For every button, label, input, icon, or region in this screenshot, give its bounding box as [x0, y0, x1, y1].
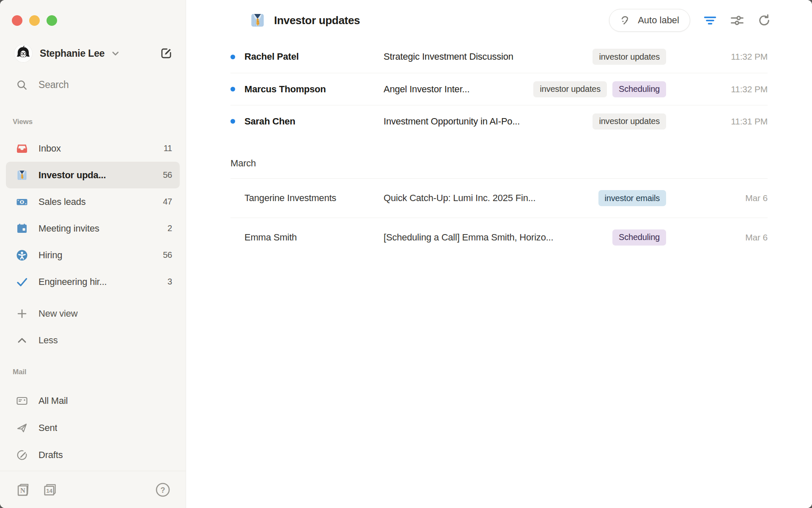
email-sender: Emma Smith — [244, 232, 384, 243]
minimize-window-button[interactable] — [29, 15, 40, 26]
auto-label-label: Auto label — [638, 15, 679, 26]
svg-text:?: ? — [161, 486, 165, 494]
sidebar-item-drafts[interactable]: Drafts — [6, 442, 180, 469]
sidebar-item-new-view[interactable]: New view — [6, 300, 180, 327]
view-title: Investor updates — [274, 14, 360, 27]
auto-label-button[interactable]: Auto label — [609, 9, 690, 32]
sidebar-item-sales-leads[interactable]: Sales leads 47 — [6, 188, 180, 215]
email-row[interactable]: Rachel Patel Strategic Investment Discus… — [230, 41, 768, 73]
sidebar-item-investor-upda[interactable]: Investor upda... 56 — [6, 162, 180, 188]
compose-button[interactable] — [159, 47, 173, 60]
label-tag-investor-updates[interactable]: investor updates — [593, 49, 666, 65]
email-time: 11:32 PM — [666, 52, 768, 62]
email-tags: Scheduling — [612, 229, 666, 246]
email-row[interactable]: Marcus Thompson Angel Investor Inter... … — [230, 73, 768, 105]
email-subject: Angel Investor Inter... — [384, 84, 523, 95]
email-tags: investor updates — [593, 113, 666, 130]
list-section-header: March — [230, 137, 768, 179]
email-sender: Rachel Patel — [244, 51, 384, 62]
list-section-label: March — [230, 157, 768, 169]
main-panel: Investor updates Auto label — [186, 0, 812, 508]
mail-section-label: Mail — [13, 368, 186, 376]
email-tags: investor updatesScheduling — [533, 81, 666, 97]
email-sender: Sarah Chen — [244, 116, 384, 127]
search-icon — [16, 79, 27, 91]
help-icon[interactable]: ? — [155, 482, 170, 497]
plus-icon — [16, 308, 28, 320]
label-tag-investor-updates[interactable]: investor updates — [593, 113, 666, 130]
views-nav: Inbox 11 Investor upda... 56 Sales leads… — [0, 135, 186, 353]
email-list: Rachel Patel Strategic Investment Discus… — [186, 41, 812, 257]
sidebar-item-inbox[interactable]: Inbox 11 — [6, 135, 180, 162]
auto-label-icon — [620, 14, 632, 26]
calendar-14-icon[interactable]: 14 — [42, 482, 58, 497]
email-time: 11:31 PM — [666, 116, 768, 127]
email-time: Mar 6 — [666, 232, 768, 243]
sidebar-item-engineering-hir[interactable]: Engineering hir... 3 — [6, 268, 180, 295]
unread-dot — [230, 87, 235, 91]
display-settings-icon[interactable] — [730, 13, 744, 28]
email-subject: [Scheduling a Call] Emma Smith, Horizo..… — [384, 232, 602, 243]
label-tag-investor-emails[interactable]: investor emails — [598, 190, 666, 206]
sidebar-item-hiring[interactable]: Hiring 56 — [6, 242, 180, 268]
filter-icon[interactable] — [703, 13, 717, 28]
account-name: Stephanie Lee — [40, 48, 104, 59]
notion-icon[interactable]: N — [15, 482, 30, 497]
all-mail-icon — [16, 395, 28, 407]
email-row[interactable]: Sarah Chen Investment Opportunity in AI-… — [230, 105, 768, 137]
email-subject: Quick Catch-Up: Lumi Inc. 2025 Fin... — [384, 193, 588, 204]
close-window-button[interactable] — [12, 15, 22, 26]
views-section-label: Views — [13, 118, 186, 126]
svg-text:14: 14 — [46, 488, 52, 494]
person-circle-icon — [16, 249, 28, 261]
sidebar-item-all-mail[interactable]: All Mail — [6, 387, 180, 414]
email-sender: Marcus Thompson — [244, 84, 384, 95]
label-tag-scheduling[interactable]: Scheduling — [612, 81, 666, 97]
email-row[interactable]: Emma Smith [Scheduling a Call] Emma Smit… — [230, 218, 768, 257]
header-actions: Auto label — [609, 9, 771, 32]
sent-icon — [16, 422, 28, 434]
avatar — [14, 44, 32, 62]
email-subject: Strategic Investment Discussion — [384, 51, 582, 62]
necktie-icon — [250, 12, 266, 28]
email-tags: investor updates — [593, 49, 666, 65]
email-row[interactable]: Tangerine Investments Quick Catch-Up: Lu… — [230, 179, 768, 218]
drafts-icon — [16, 449, 28, 461]
zoom-window-button[interactable] — [47, 15, 57, 26]
account-switcher[interactable]: Stephanie Lee — [14, 44, 173, 63]
email-sender: Tangerine Investments — [244, 193, 384, 204]
chevron-down-icon — [110, 48, 121, 58]
email-time: 11:32 PM — [666, 84, 768, 94]
checkmark-icon — [16, 276, 28, 288]
calendar-icon — [16, 223, 28, 235]
inbox-icon — [16, 143, 28, 155]
sidebar-footer: N 14 ? — [0, 471, 186, 508]
sidebar-item-meeting-invites[interactable]: Meeting invites 2 — [6, 215, 180, 242]
view-header: Investor updates Auto label — [186, 0, 812, 41]
sidebar-item-sent[interactable]: Sent — [6, 414, 180, 442]
banknote-icon — [16, 196, 28, 208]
search-label: Search — [38, 79, 69, 91]
search-button[interactable]: Search — [16, 78, 174, 91]
mail-nav: All Mail Sent Drafts — [0, 387, 186, 469]
unread-dot — [230, 119, 235, 124]
email-tags: investor emails — [598, 190, 666, 206]
necktie-icon — [16, 169, 28, 181]
unread-dot — [230, 55, 235, 59]
sidebar-item-less[interactable]: Less — [6, 327, 180, 353]
email-subject: Investment Opportunity in AI-Po... — [384, 116, 582, 127]
svg-text:N: N — [20, 486, 25, 494]
chevron-up-icon — [16, 334, 28, 346]
refresh-icon[interactable] — [757, 13, 771, 28]
app-window: Stephanie Lee Search Views Inbox 11 Inve… — [0, 0, 812, 508]
sidebar: Stephanie Lee Search Views Inbox 11 Inve… — [0, 0, 186, 508]
label-tag-scheduling[interactable]: Scheduling — [612, 229, 666, 246]
window-controls — [0, 0, 186, 26]
label-tag-investor-updates[interactable]: investor updates — [533, 81, 607, 97]
email-time: Mar 6 — [666, 193, 768, 203]
